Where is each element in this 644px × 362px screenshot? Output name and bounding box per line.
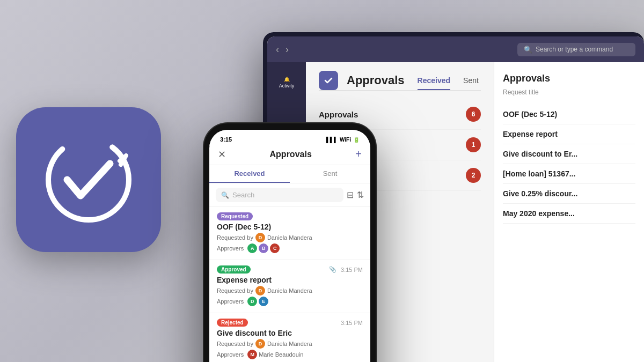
phone-title: Approvals [270,150,312,159]
right-panel-title: Approvals [503,73,635,84]
item-approvers: Approvers D E [217,297,363,306]
item-time: 3:15 PM [341,320,363,326]
avatar: A [247,243,257,253]
item-time: 3:15 PM [341,267,363,273]
badge-docu: 2 [466,168,481,183]
list-item[interactable]: May 2020 expense... [503,204,635,224]
svg-point-0 [48,139,129,220]
list-item[interactable]: Approved 📎 3:15 PM Expense report Reques… [209,260,370,313]
phone-screen: 3:15 ▌▌▌ WiFi 🔋 ✕ Approvals + Received S… [209,130,370,362]
search-input[interactable]: 🔍 Search [216,188,343,202]
list-item[interactable]: [Home loan] 51367... [503,164,635,184]
avatar: E [259,297,268,306]
list-item[interactable]: Requested OOF (Dec 5-12) Requested by D … [209,207,370,260]
tab-sent[interactable]: Sent [290,165,370,183]
list-item[interactable]: OOF (Dec 5-12) [503,105,635,124]
approvals-header: Approvals Received Sent [306,62,494,90]
back-button[interactable]: ‹ [276,44,279,55]
item-title: Expense report [217,276,363,284]
item-title: Give discount to Eric [217,329,363,337]
avatar: D [255,233,265,242]
approvals-title: Approvals [347,73,405,87]
right-panel: Approvals Request title OOF (Dec 5-12) E… [494,62,644,362]
right-panel-subtitle: Request title [503,88,635,96]
sort-icon[interactable]: ⇅ [357,190,364,200]
avatar: D [255,339,265,349]
item-requester: Requested by D Daniela Mandera [217,286,363,295]
badge-approvals: 6 [466,107,481,122]
phone-time: 3:15 [220,136,232,143]
status-badge: Rejected [217,319,248,327]
search-icon: 🔍 [524,46,532,54]
close-button[interactable]: ✕ [218,149,226,160]
search-placeholder: Search [232,191,254,199]
item-requester: Requested by D Daniela Mandera [217,233,363,242]
status-badge: Approved [217,265,251,274]
avatar: B [259,243,268,253]
avatar: M [247,350,257,359]
avatar: D [255,286,265,295]
item-title: OOF (Dec 5-12) [217,223,363,231]
statusbar-right: ▌▌▌ WiFi 🔋 [326,137,360,143]
phone-search-row: 🔍 Search ⊟ ⇅ [209,183,370,207]
phone-header: ✕ Approvals + [209,146,370,165]
avatar: C [270,243,280,253]
avatar: D [247,297,257,306]
tab-received[interactable]: Received [418,76,450,90]
app-icon [16,107,161,252]
list-item[interactable]: Give discount to Er... [503,144,635,164]
item-header: Rejected 3:15 PM [217,319,363,327]
topbar-search-placeholder[interactable]: Search or type a command [536,46,613,53]
item-requester: Requested by D Daniela Mandera [217,339,363,349]
tab-received[interactable]: Received [209,165,290,183]
badge-adobe: 1 [466,137,481,152]
tablet-topbar: ‹ › 🔍 Search or type a command [267,36,644,62]
status-badge: Requested [217,212,253,220]
phone-statusbar: 3:15 ▌▌▌ WiFi 🔋 [209,130,370,146]
signal-icon: ▌▌▌ [326,137,338,143]
item-header: Approved 📎 3:15 PM [217,265,363,274]
list-item[interactable]: Give 0.25% discour... [503,184,635,204]
add-button[interactable]: + [355,148,362,160]
forward-button[interactable]: › [286,44,289,55]
list-item[interactable]: Expense report [503,124,635,144]
phone-list: Requested OOF (Dec 5-12) Requested by D … [209,207,370,362]
bell-icon: 🔔 [284,77,290,82]
item-approvers: Approvers M Marie Beaudouin [217,350,363,359]
filter-icon[interactable]: ⊟ [347,190,354,200]
item-approvers: Approvers A B C [217,243,363,253]
list-item[interactable]: Rejected 3:15 PM Give discount to Eric R… [209,313,370,362]
phone-tabs: Received Sent [209,165,370,183]
item-header: Requested [217,212,363,220]
approvals-icon-box [319,71,338,90]
attachment-icon: 📎 [329,266,336,273]
tab-sent[interactable]: Sent [463,76,479,90]
approver-name: Marie Beaudouin [259,351,303,358]
phone: 3:15 ▌▌▌ WiFi 🔋 ✕ Approvals + Received S… [204,123,376,362]
wifi-icon: WiFi [340,137,351,143]
search-icon: 🔍 [221,191,229,199]
sidebar-item-activity[interactable]: 🔔 Activity [275,71,298,94]
battery-icon: 🔋 [353,137,360,143]
